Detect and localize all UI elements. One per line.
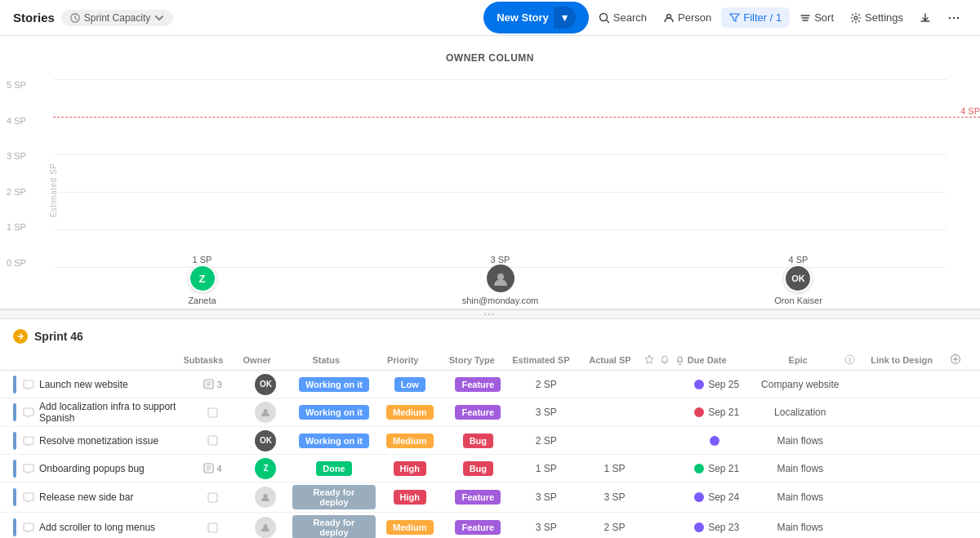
epic-cell: Main flows <box>755 435 845 447</box>
owner-cell: Z <box>239 458 292 479</box>
sort-icon <box>800 12 811 24</box>
svg-point-6 <box>957 16 959 18</box>
subtask-cell-empty <box>186 522 239 533</box>
sprint-capacity-badge[interactable]: Sprint Capacity <box>61 10 173 26</box>
row-indicator <box>13 488 16 506</box>
row-indicator <box>13 432 16 450</box>
col-header-status: Status <box>284 355 368 365</box>
owner-cell <box>239 402 292 423</box>
comment-icon[interactable] <box>23 407 34 418</box>
table-row: Onboarding popups bug 4 Z Done High Bug … <box>0 455 980 482</box>
more-options-button[interactable] <box>941 7 967 29</box>
due-date-cell: Sep 21 <box>679 407 755 418</box>
sprint-icon <box>69 12 81 24</box>
resize-divider[interactable]: ⋯ <box>0 309 980 319</box>
story-type-cell[interactable]: Feature <box>444 490 513 505</box>
svg-point-1 <box>599 13 607 20</box>
actual-sp-cell: 3 SP <box>581 491 649 503</box>
row-indicator <box>13 460 16 478</box>
bar-label-shin: 3 SP <box>427 255 574 265</box>
svg-point-3 <box>854 16 858 20</box>
table-row: Launch new website 3 OK Working on it Lo… <box>0 371 980 398</box>
priority-cell[interactable]: Medium <box>376 434 444 448</box>
svg-point-7 <box>497 273 504 280</box>
svg-point-4 <box>949 16 951 18</box>
table-rows: Launch new website 3 OK Working on it Lo… <box>0 371 980 538</box>
table-header: Subtasks Owner Status Priority Story Typ… <box>0 350 980 371</box>
story-type-cell[interactable]: Bug <box>444 434 513 448</box>
new-story-button[interactable]: New Story ▾ <box>483 2 589 33</box>
row-name: Release new side bar <box>23 491 186 503</box>
svg-point-5 <box>953 16 955 18</box>
story-type-cell[interactable]: Bug <box>444 461 513 476</box>
y-label-3: 3 SP <box>7 151 26 161</box>
filter-button[interactable]: Filter / 1 <box>721 7 790 28</box>
subtasks-cell: 3 <box>186 379 239 389</box>
story-type-cell[interactable]: Feature <box>444 377 513 392</box>
status-cell[interactable]: Working on it <box>292 434 376 448</box>
est-sp-cell: 3 SP <box>512 522 581 533</box>
owner-avatar: OK <box>255 430 276 451</box>
subtasks-cell <box>186 435 239 446</box>
svg-rect-11 <box>208 408 217 417</box>
row-name: Add localization infra to support Spanis… <box>23 401 186 424</box>
download-button[interactable] <box>913 8 938 28</box>
table-row: Add localization infra to support Spanis… <box>0 398 980 427</box>
col-header-due: Due Date <box>675 355 752 365</box>
priority-cell[interactable]: High <box>376 490 444 505</box>
row-indicator <box>13 518 16 536</box>
est-sp-cell: 1 SP <box>512 463 581 474</box>
svg-rect-13 <box>208 436 217 445</box>
capacity-label: 4 SP <box>960 106 980 116</box>
new-story-dropdown[interactable]: ▾ <box>554 7 576 29</box>
status-cell[interactable]: Working on it <box>292 405 376 420</box>
subtask-cell-empty <box>186 492 239 503</box>
sort-button[interactable]: Sort <box>793 7 840 28</box>
story-type-cell[interactable]: Feature <box>444 520 513 535</box>
due-date-cell <box>679 436 755 446</box>
table-row: Resolve monetization issue OK Working on… <box>0 427 980 455</box>
avatar-oron: OK <box>784 265 812 292</box>
bar-label-zaneta: 1 SP <box>129 255 276 265</box>
priority-cell[interactable]: Medium <box>376 405 444 420</box>
actual-sp-cell: 1 SP <box>581 463 649 474</box>
search-button[interactable]: Search <box>592 7 653 28</box>
epic-cell: Main flows <box>755 522 845 533</box>
comment-icon[interactable] <box>23 491 34 503</box>
due-date-cell: Sep 21 <box>679 463 755 474</box>
comment-icon[interactable] <box>23 522 34 533</box>
status-cell[interactable]: Ready for deploy <box>292 485 376 509</box>
est-sp-cell: 2 SP <box>512 379 581 390</box>
comment-icon[interactable] <box>23 379 34 390</box>
priority-cell[interactable]: Low <box>376 377 444 392</box>
bar-name-zaneta: Zaneta <box>188 296 216 305</box>
comment-icon[interactable] <box>23 463 34 474</box>
col-header-bell <box>660 355 675 365</box>
subtasks-cell <box>186 492 239 503</box>
status-cell[interactable]: Ready for deploy <box>292 515 376 538</box>
search-icon <box>599 12 610 24</box>
person-button[interactable]: Person <box>657 7 718 28</box>
status-cell[interactable]: Working on it <box>292 377 376 392</box>
owner-cell <box>239 487 292 508</box>
status-cell[interactable]: Done <box>292 461 376 476</box>
bell-icon <box>675 356 684 365</box>
comment-icon[interactable] <box>23 435 34 447</box>
svg-rect-17 <box>208 523 217 532</box>
story-type-cell[interactable]: Feature <box>444 405 513 420</box>
settings-button[interactable]: Settings <box>844 7 910 28</box>
filter-icon <box>729 12 740 23</box>
col-header-priority: Priority <box>368 355 438 365</box>
sprint-section: Sprint 46 Subtasks Owner Status Priority… <box>0 319 980 538</box>
est-sp-cell: 2 SP <box>512 435 581 447</box>
due-dot <box>694 407 704 417</box>
priority-cell[interactable]: High <box>376 461 444 476</box>
bars-container: 1 SP Z Zaneta 3 SP shin@monday.com <box>53 80 947 268</box>
priority-cell[interactable]: Medium <box>376 520 444 535</box>
gear-icon <box>850 12 862 24</box>
y-label-1: 1 SP <box>7 222 26 232</box>
avatar-zaneta: Z <box>189 265 216 292</box>
bar-avatar-shin: shin@monday.com <box>462 265 539 305</box>
col-header-add[interactable] <box>944 353 967 367</box>
due-dot <box>694 464 704 474</box>
